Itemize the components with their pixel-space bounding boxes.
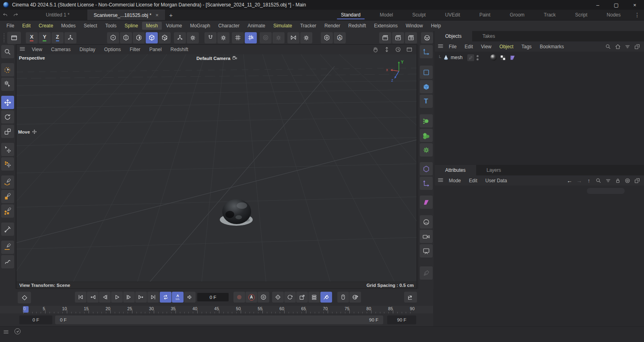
camera-label[interactable]: Default Camera <box>196 56 238 61</box>
undo-icon[interactable] <box>0 10 10 20</box>
back-arrow-icon[interactable]: ← <box>566 177 573 184</box>
play-icon[interactable] <box>111 292 123 303</box>
render-settings-icon[interactable] <box>405 32 417 43</box>
tweak-tool-icon[interactable] <box>1 78 14 91</box>
workspace-tab[interactable]: Sculpt <box>402 10 435 20</box>
snap-settings-gear-icon[interactable] <box>217 32 229 43</box>
spline-smooth-icon[interactable] <box>1 255 14 268</box>
attribute-menu-item[interactable]: Mode <box>445 177 465 184</box>
manager-tab[interactable]: Attributes <box>435 165 476 175</box>
keyframe-diamond-button[interactable] <box>18 292 31 303</box>
pan-hand-icon[interactable] <box>372 45 380 54</box>
key-position-icon[interactable] <box>272 292 284 303</box>
object-manager-menu-item[interactable]: View <box>477 43 495 50</box>
snap-magnet-icon[interactable] <box>204 32 217 43</box>
points-mode-icon[interactable] <box>107 32 119 43</box>
render-view-icon[interactable] <box>379 32 391 43</box>
menu-item[interactable]: Edit <box>18 22 35 30</box>
stage-object-icon[interactable] <box>420 244 433 258</box>
viewport-solo-auto-icon[interactable]: A <box>334 32 346 43</box>
menu-item[interactable]: Simulate <box>269 22 296 30</box>
workspace-tab[interactable]: Script <box>566 10 597 20</box>
minimize-button[interactable]: – <box>588 0 607 10</box>
menu-item[interactable]: Tracker <box>296 22 320 30</box>
dolly-icon[interactable] <box>383 45 391 54</box>
menu-item[interactable]: Character <box>214 22 244 30</box>
live-selection-icon[interactable] <box>1 63 14 76</box>
viewport-menu-item[interactable]: Redshift <box>166 46 193 53</box>
key-parameter-icon[interactable] <box>308 292 320 303</box>
rectangle-spline-icon[interactable] <box>1 190 14 203</box>
current-frame-field[interactable]: 0 F <box>197 293 229 301</box>
manager-tab[interactable]: Takes <box>472 31 506 41</box>
forward-arrow-icon[interactable]: → <box>576 177 583 184</box>
target-icon[interactable] <box>624 177 631 184</box>
workspace-tab[interactable]: Groom <box>500 10 534 20</box>
visibility-dots-icon[interactable] <box>477 55 479 60</box>
workspace-tab[interactable]: Paint <box>470 10 500 20</box>
sketch-pen-icon[interactable] <box>1 241 14 254</box>
spline-pen-icon[interactable] <box>1 175 14 189</box>
cube-primitive-icon[interactable] <box>420 80 433 93</box>
object-manager-menu-item[interactable]: Edit <box>460 43 477 50</box>
object-manager-menu-item[interactable]: File <box>445 43 460 50</box>
keying-settings-gear-icon[interactable] <box>258 292 269 303</box>
volume-sphere-icon[interactable] <box>420 215 433 229</box>
previous-frame-icon[interactable] <box>99 292 111 303</box>
subdivision-surface-icon[interactable] <box>420 162 433 175</box>
object-manager-menu-item[interactable]: Object <box>495 43 518 50</box>
primitive-shapes-icon[interactable] <box>1 204 14 218</box>
viewport-menu-item[interactable]: Filter <box>125 46 145 53</box>
no-keyframe-icon[interactable] <box>320 292 332 303</box>
text-spline-icon[interactable]: T <box>420 95 433 108</box>
filter-icon[interactable] <box>624 43 631 50</box>
enable-axis-icon[interactable] <box>174 32 186 43</box>
object-row-mesh[interactable]: └ mesh <box>435 54 644 62</box>
plane-primitive-icon[interactable] <box>420 66 433 79</box>
workspace-tab[interactable]: Track <box>534 10 566 20</box>
workplane-lock-icon[interactable] <box>245 32 257 43</box>
filter-icon[interactable] <box>605 177 612 184</box>
viewport-menu-item[interactable]: View <box>27 46 47 53</box>
toolbar-drag-handle[interactable] <box>3 33 5 43</box>
popout-icon[interactable] <box>634 43 641 50</box>
radial-settings-gear-icon[interactable] <box>272 32 285 43</box>
menu-item[interactable]: Mesh <box>142 22 162 30</box>
key-scale-icon[interactable] <box>296 292 308 303</box>
rotate-tool-icon[interactable] <box>1 110 14 124</box>
sound-icon[interactable] <box>184 292 196 303</box>
lock-icon[interactable] <box>614 177 621 184</box>
menu-item[interactable]: Tools <box>101 22 120 30</box>
symmetry-settings-gear-icon[interactable] <box>300 32 312 43</box>
move-tool-icon[interactable] <box>1 96 14 109</box>
disabled-pen-icon[interactable] <box>420 266 433 280</box>
cursor-move-tool-icon[interactable] <box>1 143 14 156</box>
camera-object-icon[interactable] <box>420 230 433 243</box>
playback-loop-icon[interactable] <box>160 292 171 303</box>
workspace-tab[interactable]: UVEdit <box>436 10 470 20</box>
workspace-tab[interactable]: Model <box>370 10 403 20</box>
workspace-overflow-icon[interactable]: ⋮ <box>630 10 644 20</box>
axis-gizmo[interactable]: Y x z <box>385 59 411 84</box>
viewport-menu-item[interactable]: Cameras <box>47 46 75 53</box>
coordinate-system-button[interactable] <box>64 32 76 43</box>
lock-x-axis-button[interactable]: X <box>26 32 38 43</box>
undo-view-button[interactable] <box>7 32 21 44</box>
menu-item[interactable]: Render <box>320 22 344 30</box>
close-button[interactable]: × <box>625 0 644 10</box>
interactive-render-sphere-icon[interactable] <box>421 32 433 43</box>
timeline-expand-icon[interactable] <box>404 292 417 303</box>
menu-item[interactable]: Volume <box>162 22 186 30</box>
axis-settings-gear-icon[interactable] <box>187 32 199 43</box>
toggle-panel-icon[interactable] <box>405 45 413 54</box>
redo-icon[interactable] <box>10 10 21 20</box>
menu-item[interactable]: Create <box>35 22 57 30</box>
search-icon[interactable] <box>605 43 612 50</box>
new-tab-button[interactable]: + <box>165 10 177 20</box>
generator-gear-icon[interactable] <box>420 143 433 157</box>
menu-item[interactable]: Spline <box>120 22 142 30</box>
orbit-icon[interactable] <box>394 45 402 54</box>
autokey-icon[interactable]: A <box>246 292 257 303</box>
cloner-icon[interactable] <box>420 114 433 128</box>
menu-item[interactable]: Redshift <box>344 22 370 30</box>
